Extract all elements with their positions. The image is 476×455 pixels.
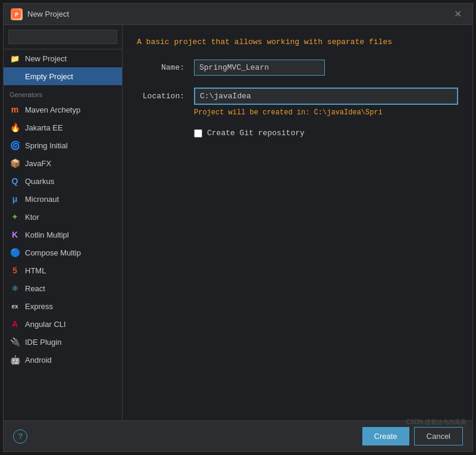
sidebar-item-react[interactable]: ⚛ React	[4, 279, 122, 297]
dialog-content: 📁 New Project Empty Project Generators m…	[4, 25, 472, 420]
ktor-icon: ✦	[10, 211, 20, 222]
git-checkbox-label[interactable]: Create Git repository	[207, 129, 305, 138]
new-project-label: New Project	[25, 54, 67, 63]
sidebar-item-kotlin-multi[interactable]: K Kotlin Multipl	[4, 226, 122, 244]
location-row: Location:	[137, 88, 458, 105]
sidebar-item-android[interactable]: 🤖 Android	[4, 351, 122, 369]
watermark: CSDN @算法乌与高高	[406, 418, 466, 426]
search-input[interactable]	[8, 30, 117, 44]
sidebar-item-angular[interactable]: A Angular CLI	[4, 315, 122, 333]
ide-plugin-label: IDE Plugin	[25, 338, 61, 347]
location-hint: Project will be created in: C:\javaIdea\…	[194, 108, 458, 117]
cancel-button[interactable]: Cancel	[414, 427, 463, 445]
micronaut-label: Micronaut	[25, 195, 59, 204]
dialog-title: New Project	[27, 10, 69, 18]
project-description: A basic project that allows working with…	[137, 37, 458, 48]
location-label: Location:	[137, 92, 184, 101]
react-icon: ⚛	[10, 283, 20, 294]
compose-multi-icon: 🔵	[10, 247, 20, 258]
sidebar: 📁 New Project Empty Project Generators m…	[4, 25, 123, 420]
new-project-dialog: P New Project ✕ 📁 New Project Empty Proj…	[3, 3, 473, 452]
git-checkbox-row[interactable]: Create Git repository	[194, 129, 458, 138]
generators-section-header: Generators	[4, 85, 122, 101]
ktor-label: Ktor	[25, 213, 39, 222]
express-icon: ex	[10, 301, 20, 311]
bottom-buttons: Create Cancel	[362, 427, 464, 445]
html-label: HTML	[25, 266, 46, 275]
jakarta-label: Jakarta EE	[25, 123, 63, 132]
location-input[interactable]	[194, 88, 458, 105]
spring-label: Spring Initial	[25, 141, 68, 150]
sidebar-item-jakarta[interactable]: 🔥 Jakarta EE	[4, 119, 122, 136]
git-checkbox[interactable]	[194, 129, 202, 138]
maven-icon: m	[10, 104, 20, 115]
javafx-label: JavaFX	[25, 159, 51, 168]
empty-project-icon	[10, 71, 20, 82]
bottom-bar: ? Create Cancel	[4, 420, 472, 451]
kotlin-multi-icon: K	[10, 229, 20, 240]
sidebar-item-javafx[interactable]: 📦 JavaFX	[4, 154, 122, 172]
svg-text:P: P	[15, 12, 18, 18]
main-panel: A basic project that allows working with…	[123, 25, 472, 420]
search-box[interactable]	[4, 25, 122, 49]
sidebar-item-express[interactable]: ex Express	[4, 297, 122, 315]
sidebar-item-maven[interactable]: m Maven Archetyp	[4, 101, 122, 119]
android-label: Android	[25, 356, 52, 364]
spring-icon: 🌀	[10, 140, 20, 151]
compose-multi-label: Compose Multip	[25, 248, 81, 257]
title-bar-left: P New Project	[11, 8, 69, 20]
jakarta-icon: 🔥	[10, 122, 20, 133]
close-button[interactable]: ✕	[450, 7, 465, 21]
new-project-icon: 📁	[10, 53, 20, 64]
kotlin-multi-label: Kotlin Multipl	[25, 230, 69, 239]
react-label: React	[25, 284, 45, 293]
name-label: Name:	[137, 63, 184, 72]
ide-plugin-icon: 🔌	[10, 336, 20, 347]
maven-label: Maven Archetyp	[25, 105, 80, 114]
help-button[interactable]: ?	[13, 429, 27, 444]
express-label: Express	[25, 302, 53, 311]
sidebar-item-micronaut[interactable]: μ Micronaut	[4, 190, 122, 208]
empty-project-label: Empty Project	[25, 72, 73, 81]
angular-label: Angular CLI	[25, 320, 66, 329]
micronaut-icon: μ	[10, 194, 20, 204]
angular-icon: A	[10, 319, 20, 329]
quarkus-icon: Q	[10, 176, 20, 186]
title-bar: P New Project ✕	[4, 4, 472, 25]
sidebar-item-compose-multi[interactable]: 🔵 Compose Multip	[4, 244, 122, 261]
sidebar-item-new-project[interactable]: 📁 New Project	[4, 49, 122, 67]
sidebar-item-quarkus[interactable]: Q Quarkus	[4, 172, 122, 190]
sidebar-item-spring[interactable]: 🌀 Spring Initial	[4, 136, 122, 154]
javafx-icon: 📦	[10, 158, 20, 169]
android-icon: 🤖	[10, 354, 20, 365]
name-row: Name:	[137, 60, 458, 76]
html-icon: 5	[10, 265, 20, 276]
create-button[interactable]: Create	[362, 427, 409, 445]
sidebar-item-empty-project[interactable]: Empty Project	[4, 67, 122, 85]
name-input[interactable]	[194, 60, 325, 76]
app-icon: P	[11, 8, 23, 20]
quarkus-label: Quarkus	[25, 177, 54, 186]
sidebar-item-ide-plugin[interactable]: 🔌 IDE Plugin	[4, 333, 122, 351]
sidebar-item-ktor[interactable]: ✦ Ktor	[4, 208, 122, 226]
sidebar-item-html[interactable]: 5 HTML	[4, 261, 122, 279]
